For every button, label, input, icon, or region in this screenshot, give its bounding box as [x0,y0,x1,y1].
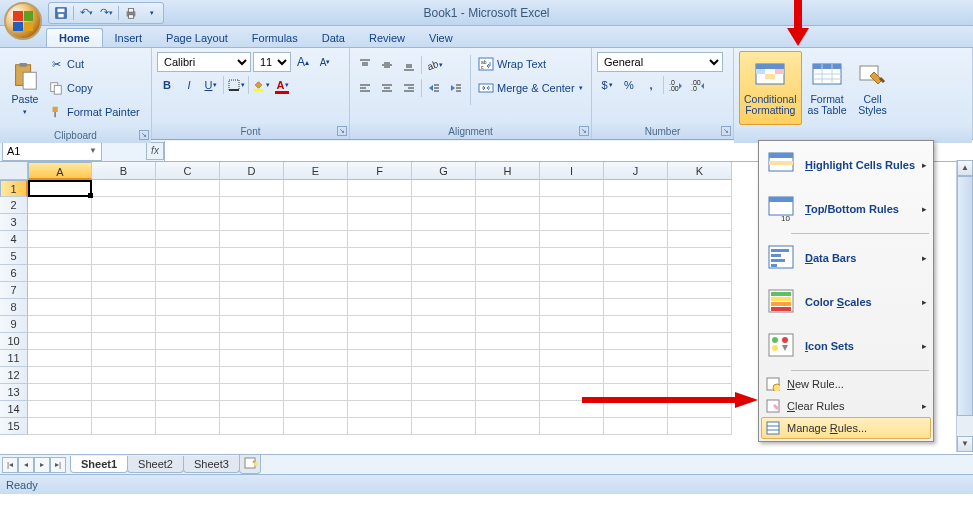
cell[interactable] [604,231,668,248]
wrap-text-button[interactable]: abcWrap Text [475,53,586,75]
cell[interactable] [156,316,220,333]
cell[interactable] [284,231,348,248]
cell[interactable] [348,282,412,299]
tab-home[interactable]: Home [46,28,103,47]
cell[interactable] [92,299,156,316]
increase-indent[interactable] [446,78,466,98]
cell[interactable] [28,350,92,367]
cell[interactable] [412,316,476,333]
col-header-D[interactable]: D [220,162,284,180]
cell[interactable] [220,333,284,350]
cell[interactable] [668,333,732,350]
row-header-2[interactable]: 2 [0,197,28,214]
cell[interactable] [284,248,348,265]
cell[interactable] [284,214,348,231]
cell[interactable] [92,180,156,197]
number-format[interactable]: General [597,52,723,72]
decrease-decimal[interactable]: .00.0 [688,75,708,95]
cell[interactable] [668,231,732,248]
cell[interactable] [476,180,540,197]
cell[interactable] [220,231,284,248]
orientation-button[interactable]: ab [424,55,444,75]
cell[interactable] [92,367,156,384]
cell[interactable] [604,333,668,350]
cell[interactable] [348,299,412,316]
cell[interactable] [284,197,348,214]
cell[interactable] [540,248,604,265]
cell[interactable] [604,316,668,333]
qat-redo[interactable]: ↷▾ [98,5,114,21]
cf-menu-new-rule[interactable]: New Rule... [761,373,931,395]
accounting-button[interactable]: $ [597,75,617,95]
cell[interactable] [476,384,540,401]
cell[interactable] [348,333,412,350]
cell[interactable] [92,418,156,435]
vertical-scrollbar[interactable]: ▲▼ [956,160,973,452]
number-launcher[interactable]: ↘ [721,126,731,136]
cell[interactable] [28,299,92,316]
cell[interactable] [604,418,668,435]
align-right[interactable] [399,78,419,98]
row-header-8[interactable]: 8 [0,299,28,316]
sheet-nav-last[interactable]: ▸| [50,457,66,473]
cell[interactable] [476,197,540,214]
cell[interactable] [156,248,220,265]
cell[interactable] [476,214,540,231]
cell[interactable] [412,197,476,214]
cell[interactable] [92,350,156,367]
col-header-H[interactable]: H [476,162,540,180]
cell[interactable] [540,231,604,248]
cell[interactable] [668,282,732,299]
col-header-G[interactable]: G [412,162,476,180]
row-header-14[interactable]: 14 [0,401,28,418]
cell[interactable] [220,418,284,435]
sheet-tab-new[interactable] [239,455,261,474]
cell[interactable] [92,333,156,350]
cell[interactable] [668,367,732,384]
row-header-9[interactable]: 9 [0,316,28,333]
cell[interactable] [220,180,284,197]
tab-data[interactable]: Data [310,29,357,47]
cell[interactable] [476,401,540,418]
align-left[interactable] [355,78,375,98]
cell[interactable] [348,248,412,265]
cell[interactable] [220,401,284,418]
cell[interactable] [604,299,668,316]
cell[interactable] [540,282,604,299]
cell[interactable] [92,265,156,282]
cell[interactable] [476,248,540,265]
cell[interactable] [156,180,220,197]
paste-button[interactable]: Paste▾ [5,51,45,125]
sheet-nav-next[interactable]: ▸ [34,457,50,473]
cell[interactable] [604,282,668,299]
cut-button[interactable]: ✂Cut [45,53,143,75]
cell[interactable] [92,248,156,265]
cell[interactable] [668,248,732,265]
cell[interactable] [156,384,220,401]
cell[interactable] [540,418,604,435]
cell[interactable] [28,367,92,384]
cell[interactable] [668,197,732,214]
cell[interactable] [476,231,540,248]
tab-formulas[interactable]: Formulas [240,29,310,47]
format-as-table-button[interactable]: Format as Table [804,51,851,125]
qat-undo[interactable]: ↶▾ [78,5,94,21]
alignment-launcher[interactable]: ↘ [579,126,589,136]
cell[interactable] [284,316,348,333]
format-painter-button[interactable]: Format Painter [45,101,143,123]
cell[interactable] [284,282,348,299]
sheet-tab-3[interactable]: Sheet3 [183,456,240,473]
cf-menu-data-bars[interactable]: Data Bars▸ [761,236,931,280]
grow-font[interactable]: A▴ [293,52,313,72]
select-all-corner[interactable] [0,162,28,180]
cell[interactable] [412,180,476,197]
cell[interactable] [348,367,412,384]
cell[interactable] [412,418,476,435]
cell[interactable] [412,333,476,350]
cell[interactable] [604,214,668,231]
qat-quickprint[interactable] [123,5,139,21]
sheet-nav-prev[interactable]: ◂ [18,457,34,473]
cell[interactable] [604,350,668,367]
font-launcher[interactable]: ↘ [337,126,347,136]
cell[interactable] [156,265,220,282]
